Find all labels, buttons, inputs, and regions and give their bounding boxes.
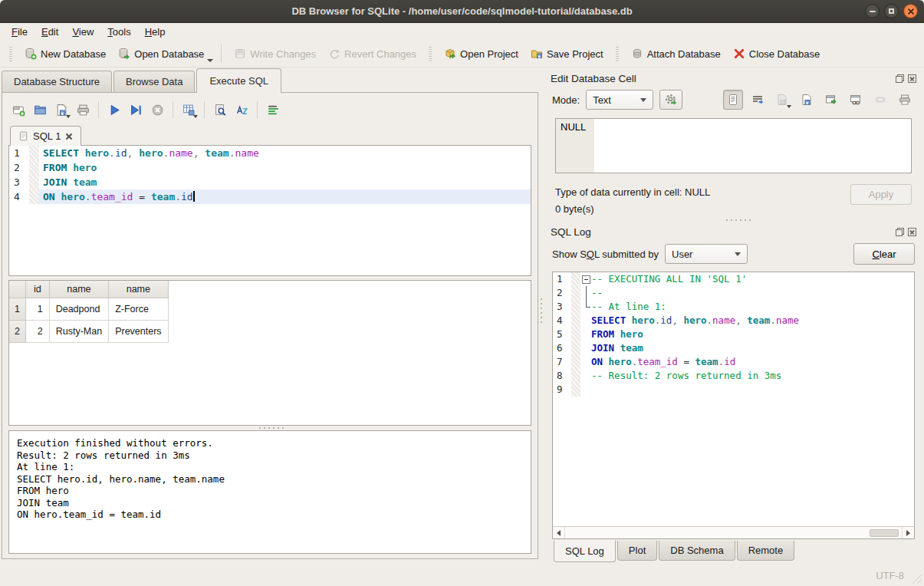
results-message-splitter[interactable] [8, 426, 531, 430]
close-database-button[interactable]: Close Database [727, 44, 827, 63]
new-tab-button[interactable] [8, 100, 28, 120]
apply-format-button[interactable] [659, 90, 682, 110]
revert-changes-icon [328, 48, 340, 60]
set-null-icon [874, 94, 886, 106]
save-results-button[interactable] [179, 100, 199, 120]
corner-header[interactable] [9, 281, 25, 298]
sql-log-view[interactable]: 1-- EXECUTING ALL IN 'SQL 1'2--3-- At li… [552, 272, 915, 539]
import-data-button[interactable] [772, 90, 792, 110]
execution-message-panel[interactable]: Execution finished without errors. Resul… [8, 430, 531, 554]
menu-help[interactable]: Help [138, 25, 173, 39]
mode-select[interactable]: Text [586, 90, 653, 110]
tab-remote[interactable]: Remote [737, 541, 795, 561]
scroll-left-icon[interactable] [553, 527, 565, 538]
menu-edit[interactable]: Edit [35, 25, 65, 39]
toolbar-drag-handle[interactable] [616, 46, 619, 61]
scroll-right-icon[interactable] [902, 527, 914, 538]
tab-browse-data[interactable]: Browse Data [113, 71, 195, 92]
execute-all-button[interactable] [104, 100, 124, 120]
save-project-button[interactable]: Save Project [524, 44, 610, 63]
open-in-external-button[interactable] [821, 90, 841, 110]
close-dock-icon[interactable] [908, 228, 916, 236]
column-header[interactable]: name [49, 281, 108, 298]
menu-file[interactable]: File [5, 25, 35, 39]
float-dock-icon[interactable] [896, 228, 904, 236]
titlebar[interactable]: DB Browser for SQLite - /home/user/code/… [0, 0, 924, 23]
scrollbar-thumb[interactable] [870, 529, 899, 537]
float-dock-icon[interactable] [896, 74, 904, 83]
line-number: 2 [553, 286, 571, 300]
main-vertical-splitter[interactable] [540, 67, 543, 565]
maximize-icon[interactable] [884, 4, 899, 18]
fold-marker-icon[interactable] [580, 300, 591, 314]
tab-plot[interactable]: Plot [617, 541, 657, 561]
print-button[interactable] [73, 100, 93, 120]
word-wrap-icon [751, 94, 764, 106]
resize-grip[interactable] [911, 573, 922, 584]
row-header[interactable]: 2 [9, 320, 25, 342]
result-cell[interactable]: Rusty-Man [49, 320, 108, 342]
set-null-button[interactable] [870, 90, 890, 110]
text-mode-button[interactable] [723, 90, 743, 110]
column-header[interactable]: name [109, 281, 168, 298]
menu-view[interactable]: View [65, 25, 100, 39]
tab-db-schema[interactable]: DB Schema [659, 541, 735, 561]
close-database-icon [733, 48, 745, 60]
column-header[interactable]: id [25, 281, 49, 298]
execute-current-line-button[interactable] [126, 100, 146, 120]
result-cell[interactable]: 2 [25, 320, 49, 342]
save-sql-file-button[interactable] [51, 100, 71, 120]
tab-sql-log[interactable]: SQL Log [554, 540, 616, 562]
toolbar-drag-handle[interactable] [429, 46, 432, 61]
close-icon[interactable] [903, 4, 918, 18]
tab-database-structure[interactable]: Database Structure [2, 71, 112, 92]
result-cell[interactable]: Preventers [109, 320, 168, 342]
result-cell[interactable]: Z-Force [109, 298, 168, 320]
attach-database-button[interactable]: Attach Database [625, 44, 727, 63]
copy-link-button[interactable] [846, 90, 866, 110]
cell-value: NULL [556, 119, 594, 173]
sql-log-filter-row: Show SQL submitted by User Clear [543, 241, 924, 267]
autocomplete-button[interactable] [232, 100, 252, 120]
table-row: 11DeadpondZ-Force [9, 298, 168, 320]
result-cell[interactable]: Deadpond [49, 298, 108, 320]
close-dock-icon[interactable] [908, 74, 916, 83]
apply-button[interactable]: Apply [850, 184, 912, 205]
result-cell[interactable]: 1 [25, 298, 49, 320]
stop-button[interactable] [147, 100, 167, 120]
word-wrap-button[interactable] [263, 100, 283, 120]
open-project-button[interactable]: Open Project [438, 44, 524, 63]
submitted-by-select[interactable]: User [665, 244, 748, 264]
encoding-indicator: UTF-8 [876, 570, 904, 581]
print-icon [899, 94, 911, 106]
toolbar-drag-handle[interactable] [9, 46, 12, 61]
dock-splitter[interactable] [543, 218, 924, 222]
new-tab-icon [12, 104, 25, 117]
fold-marker-icon[interactable] [580, 286, 591, 300]
revert-changes-button[interactable]: Revert Changes [322, 44, 423, 63]
close-tab-icon[interactable] [65, 133, 73, 140]
open-database-dropdown-icon[interactable] [207, 59, 213, 62]
save-sql-file-icon [55, 104, 68, 117]
word-wrap-cell-button[interactable] [748, 90, 768, 110]
sql-editor[interactable]: 1SELECT hero.id, hero.name, team.name2FR… [8, 146, 531, 276]
cell-value-editor[interactable]: NULL [555, 118, 912, 173]
editor-line: 2FROM hero [9, 160, 531, 175]
menu-tools[interactable]: Tools [100, 25, 137, 39]
write-changes-button[interactable]: Write Changes [228, 44, 322, 63]
results-grid[interactable]: idnamename11DeadpondZ-Force22Rusty-ManPr… [8, 280, 531, 426]
export-data-button[interactable] [797, 90, 817, 110]
minimize-icon[interactable] [865, 4, 880, 18]
fold-marker-icon[interactable] [580, 272, 591, 286]
sql-1-tab[interactable]: SQL 1 [10, 126, 81, 146]
row-header[interactable]: 1 [9, 298, 25, 320]
clear-log-button[interactable]: Clear [853, 243, 915, 265]
new-database-button[interactable]: New Database [18, 44, 112, 63]
find-replace-button[interactable] [210, 100, 230, 120]
right-dock: Edit Database Cell Mode: Text [543, 67, 924, 565]
open-sql-file-button[interactable] [30, 100, 50, 120]
tab-execute-sql[interactable]: Execute SQL [196, 68, 281, 93]
print-cell-button[interactable] [895, 90, 915, 110]
log-horizontal-scrollbar[interactable] [553, 526, 914, 538]
open-database-button[interactable]: Open Database [112, 44, 210, 63]
